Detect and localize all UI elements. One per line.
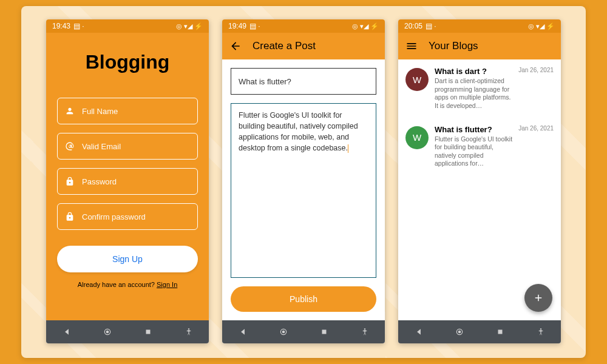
appbar: Create a Post xyxy=(222,33,385,59)
blog-item-desc: Dart is a client-optimized programming l… xyxy=(435,77,512,110)
svg-point-11 xyxy=(540,328,541,329)
text-cursor xyxy=(348,144,348,153)
publish-button[interactable]: Publish xyxy=(231,286,376,312)
nav-recents-icon[interactable] xyxy=(144,328,152,336)
nav-back-icon[interactable] xyxy=(63,328,71,336)
signin-prompt: Already have an account? Sign In xyxy=(57,281,198,288)
nav-recents-icon[interactable] xyxy=(496,328,504,336)
avatar: W xyxy=(405,68,429,91)
nav-accessibility-icon[interactable] xyxy=(361,328,369,336)
android-nav-bar xyxy=(398,320,561,343)
app-title: Blogging xyxy=(57,51,198,73)
nav-home-icon[interactable] xyxy=(455,328,464,336)
status-icons: ◎ ▾◢ ⚡ xyxy=(528,22,555,30)
back-arrow-icon[interactable] xyxy=(229,40,242,52)
nav-back-icon[interactable] xyxy=(239,328,247,336)
status-bar: 20:05 ▤ · ◎ ▾◢ ⚡ xyxy=(398,19,561,33)
appbar: Your Blogs xyxy=(398,33,561,59)
post-body-value: Flutter is Google's UI toolkit for build… xyxy=(239,111,358,152)
blog-item-title: What is dart ? xyxy=(435,67,512,76)
blog-item-date: Jan 26, 2021 xyxy=(518,125,554,169)
image-icon: ▤ · xyxy=(249,22,260,30)
password-field[interactable]: Password xyxy=(57,168,198,195)
svg-point-5 xyxy=(282,331,285,334)
add-post-fab[interactable] xyxy=(524,284,552,312)
email-placeholder: Valid Email xyxy=(82,142,121,151)
status-bar: 19:43 ▤ · ◎ ▾◢ ⚡ xyxy=(46,19,209,33)
lock-icon xyxy=(65,212,75,221)
status-time: 20:05 xyxy=(404,22,422,30)
svg-point-7 xyxy=(364,328,365,329)
appbar-title: Create a Post xyxy=(253,40,316,52)
signin-prompt-text: Already have an account? xyxy=(78,281,157,288)
email-field[interactable]: Valid Email xyxy=(57,133,198,160)
blog-item-text: What is dart ? Dart is a client-optimize… xyxy=(435,67,512,110)
android-nav-bar xyxy=(222,320,385,343)
menu-icon[interactable] xyxy=(405,40,418,52)
plus-icon xyxy=(533,292,544,303)
password-placeholder: Password xyxy=(82,177,117,186)
svg-point-9 xyxy=(458,331,461,334)
lock-icon xyxy=(65,177,75,186)
confirm-password-field[interactable]: Confirm password xyxy=(57,203,198,230)
status-icons: ◎ ▾◢ ⚡ xyxy=(352,22,379,30)
showcase-card: 19:43 ▤ · ◎ ▾◢ ⚡ Blogging Full Name Vali… xyxy=(21,6,586,358)
confirm-placeholder: Confirm password xyxy=(82,212,146,221)
post-title-input[interactable]: What is flutter? xyxy=(231,68,376,95)
phone-signup: 19:43 ▤ · ◎ ▾◢ ⚡ Blogging Full Name Vali… xyxy=(46,19,209,343)
create-post-screen: What is flutter? Flutter is Google's UI … xyxy=(222,59,385,320)
nav-back-icon[interactable] xyxy=(415,328,423,336)
blog-list-item[interactable]: W What is flutter? Flutter is Google's U… xyxy=(398,118,561,176)
phone-blog-list: 20:05 ▤ · ◎ ▾◢ ⚡ Your Blogs W What is da… xyxy=(398,19,561,343)
nav-home-icon[interactable] xyxy=(103,328,112,336)
nav-accessibility-icon[interactable] xyxy=(537,328,545,336)
post-title-value: What is flutter? xyxy=(239,77,291,86)
signin-link[interactable]: Sign In xyxy=(157,281,177,288)
nav-accessibility-icon[interactable] xyxy=(185,328,193,336)
blog-list-screen: W What is dart ? Dart is a client-optimi… xyxy=(398,59,561,320)
blog-list-item[interactable]: W What is dart ? Dart is a client-optimi… xyxy=(398,59,561,118)
post-body-input[interactable]: Flutter is Google's UI toolkit for build… xyxy=(231,103,376,278)
person-icon xyxy=(65,106,75,116)
signup-screen: Blogging Full Name Valid Email Password … xyxy=(46,33,209,320)
fullname-field[interactable]: Full Name xyxy=(57,98,198,124)
appbar-title: Your Blogs xyxy=(429,40,478,52)
android-nav-bar xyxy=(46,320,209,343)
blog-item-title: What is flutter? xyxy=(435,125,512,134)
image-icon: ▤ · xyxy=(426,22,436,30)
blog-item-desc: Flutter is Google's UI toolkit for build… xyxy=(435,135,512,169)
status-time: 19:43 xyxy=(52,22,70,30)
blog-item-date: Jan 26, 2021 xyxy=(518,67,554,110)
at-icon xyxy=(65,141,75,151)
svg-rect-6 xyxy=(322,330,326,334)
svg-rect-2 xyxy=(146,330,150,334)
phone-create-post: 19:49 ▤ · ◎ ▾◢ ⚡ Create a Post What is f… xyxy=(222,19,385,343)
nav-home-icon[interactable] xyxy=(279,328,288,336)
blog-item-text: What is flutter? Flutter is Google's UI … xyxy=(435,125,512,169)
svg-rect-10 xyxy=(498,330,502,334)
status-bar: 19:49 ▤ · ◎ ▾◢ ⚡ xyxy=(222,19,385,33)
image-icon: ▤ · xyxy=(73,22,84,30)
status-time: 19:49 xyxy=(228,22,246,30)
svg-point-3 xyxy=(188,328,189,329)
avatar: W xyxy=(405,126,429,149)
signup-button[interactable]: Sign Up xyxy=(57,246,198,272)
status-icons: ◎ ▾◢ ⚡ xyxy=(176,22,203,30)
nav-recents-icon[interactable] xyxy=(320,328,328,336)
svg-point-1 xyxy=(106,331,109,334)
fullname-placeholder: Full Name xyxy=(82,107,118,116)
